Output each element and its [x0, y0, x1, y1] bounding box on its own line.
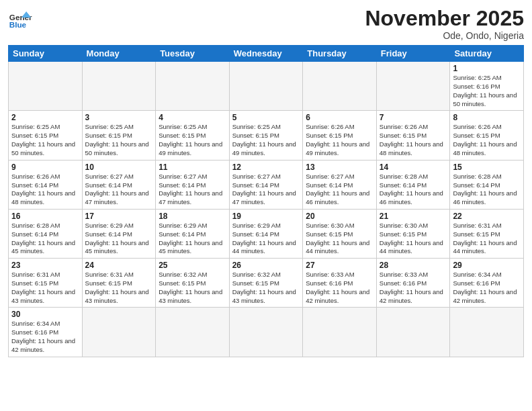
day-info: Sunrise: 6:27 AM Sunset: 6:14 PM Dayligh… [85, 173, 153, 207]
calendar-cell [303, 308, 377, 357]
day-number: 25 [159, 261, 226, 270]
day-number: 3 [85, 113, 153, 122]
day-info: Sunrise: 6:26 AM Sunset: 6:15 PM Dayligh… [306, 123, 373, 157]
day-number: 18 [159, 212, 226, 221]
calendar-cell [229, 308, 303, 357]
day-info: Sunrise: 6:34 AM Sunset: 6:16 PM Dayligh… [453, 271, 521, 305]
day-number: 28 [380, 261, 447, 270]
calendar-cell: 19Sunrise: 6:29 AM Sunset: 6:14 PM Dayli… [229, 209, 303, 258]
day-info: Sunrise: 6:31 AM Sunset: 6:15 PM Dayligh… [453, 222, 521, 256]
calendar-cell: 10Sunrise: 6:27 AM Sunset: 6:14 PM Dayli… [82, 160, 156, 209]
calendar-cell: 11Sunrise: 6:27 AM Sunset: 6:14 PM Dayli… [156, 160, 230, 209]
day-number: 13 [306, 163, 373, 172]
day-info: Sunrise: 6:32 AM Sunset: 6:15 PM Dayligh… [159, 271, 226, 305]
day-number: 22 [453, 212, 521, 221]
calendar-cell [82, 308, 156, 357]
day-info: Sunrise: 6:27 AM Sunset: 6:14 PM Dayligh… [306, 173, 373, 207]
calendar-cell: 5Sunrise: 6:25 AM Sunset: 6:15 PM Daylig… [229, 111, 303, 160]
day-number: 7 [380, 113, 447, 122]
day-info: Sunrise: 6:26 AM Sunset: 6:14 PM Dayligh… [11, 173, 79, 207]
day-number: 8 [453, 113, 521, 122]
day-number: 1 [453, 64, 521, 73]
calendar-cell: 4Sunrise: 6:25 AM Sunset: 6:15 PM Daylig… [156, 111, 230, 160]
page: General Blue November 2025 Ode, Ondo, Ni… [0, 0, 532, 411]
calendar-cell [376, 62, 450, 111]
calendar-cell: 17Sunrise: 6:29 AM Sunset: 6:14 PM Dayli… [82, 209, 156, 258]
header: General Blue November 2025 Ode, Ondo, Ni… [8, 7, 524, 41]
calendar-cell: 8Sunrise: 6:26 AM Sunset: 6:15 PM Daylig… [450, 111, 524, 160]
day-number: 27 [306, 261, 373, 270]
calendar-cell [376, 308, 450, 357]
day-info: Sunrise: 6:31 AM Sunset: 6:15 PM Dayligh… [85, 271, 153, 305]
title-block: November 2025 Ode, Ondo, Nigeria [365, 7, 524, 41]
calendar-cell: 24Sunrise: 6:31 AM Sunset: 6:15 PM Dayli… [82, 259, 156, 308]
day-number: 19 [232, 212, 300, 221]
day-number: 21 [380, 212, 447, 221]
day-info: Sunrise: 6:30 AM Sunset: 6:15 PM Dayligh… [380, 222, 447, 256]
calendar-cell: 22Sunrise: 6:31 AM Sunset: 6:15 PM Dayli… [450, 209, 524, 258]
location: Ode, Ondo, Nigeria [365, 30, 524, 41]
calendar-cell: 3Sunrise: 6:25 AM Sunset: 6:15 PM Daylig… [82, 111, 156, 160]
day-number: 26 [232, 261, 300, 270]
calendar-cell: 16Sunrise: 6:28 AM Sunset: 6:14 PM Dayli… [9, 209, 83, 258]
day-number: 20 [306, 212, 373, 221]
day-header-tuesday: Tuesday [156, 46, 230, 62]
calendar-cell [9, 62, 83, 111]
day-header-sunday: Sunday [9, 46, 83, 62]
day-info: Sunrise: 6:33 AM Sunset: 6:16 PM Dayligh… [306, 271, 373, 305]
calendar-cell [450, 308, 524, 357]
month-title: November 2025 [365, 7, 524, 30]
day-number: 24 [85, 261, 153, 270]
day-number: 11 [159, 163, 226, 172]
calendar-cell: 2Sunrise: 6:25 AM Sunset: 6:15 PM Daylig… [9, 111, 83, 160]
day-info: Sunrise: 6:28 AM Sunset: 6:14 PM Dayligh… [453, 173, 521, 207]
calendar-cell: 7Sunrise: 6:26 AM Sunset: 6:15 PM Daylig… [376, 111, 450, 160]
day-info: Sunrise: 6:25 AM Sunset: 6:15 PM Dayligh… [85, 123, 153, 157]
calendar-cell [82, 62, 156, 111]
logo: General Blue [8, 7, 32, 31]
day-info: Sunrise: 6:30 AM Sunset: 6:15 PM Dayligh… [306, 222, 373, 256]
calendar-cell: 9Sunrise: 6:26 AM Sunset: 6:14 PM Daylig… [9, 160, 83, 209]
day-info: Sunrise: 6:25 AM Sunset: 6:16 PM Dayligh… [453, 74, 521, 108]
day-number: 29 [453, 261, 521, 270]
day-info: Sunrise: 6:26 AM Sunset: 6:15 PM Dayligh… [453, 123, 521, 157]
calendar-cell [156, 308, 230, 357]
calendar-week-row: 23Sunrise: 6:31 AM Sunset: 6:15 PM Dayli… [9, 259, 524, 308]
day-info: Sunrise: 6:25 AM Sunset: 6:15 PM Dayligh… [159, 123, 226, 157]
calendar-cell: 6Sunrise: 6:26 AM Sunset: 6:15 PM Daylig… [303, 111, 377, 160]
day-number: 10 [85, 163, 153, 172]
calendar-cell: 29Sunrise: 6:34 AM Sunset: 6:16 PM Dayli… [450, 259, 524, 308]
day-header-wednesday: Wednesday [229, 46, 303, 62]
calendar-cell: 30Sunrise: 6:34 AM Sunset: 6:16 PM Dayli… [9, 308, 83, 357]
day-number: 9 [11, 163, 79, 172]
day-number: 5 [232, 113, 300, 122]
day-header-monday: Monday [82, 46, 156, 62]
calendar-cell: 25Sunrise: 6:32 AM Sunset: 6:15 PM Dayli… [156, 259, 230, 308]
day-number: 17 [85, 212, 153, 221]
calendar-cell: 1Sunrise: 6:25 AM Sunset: 6:16 PM Daylig… [450, 62, 524, 111]
day-info: Sunrise: 6:28 AM Sunset: 6:14 PM Dayligh… [380, 173, 447, 207]
days-header-row: SundayMondayTuesdayWednesdayThursdayFrid… [9, 46, 524, 62]
calendar-cell: 12Sunrise: 6:27 AM Sunset: 6:14 PM Dayli… [229, 160, 303, 209]
day-info: Sunrise: 6:26 AM Sunset: 6:15 PM Dayligh… [380, 123, 447, 157]
day-info: Sunrise: 6:28 AM Sunset: 6:14 PM Dayligh… [11, 222, 79, 256]
calendar-cell [156, 62, 230, 111]
day-info: Sunrise: 6:33 AM Sunset: 6:16 PM Dayligh… [380, 271, 447, 305]
calendar-week-row: 9Sunrise: 6:26 AM Sunset: 6:14 PM Daylig… [9, 160, 524, 209]
day-header-thursday: Thursday [303, 46, 377, 62]
day-number: 2 [11, 113, 79, 122]
day-number: 16 [11, 212, 79, 221]
logo-icon: General Blue [8, 7, 32, 31]
calendar-cell [229, 62, 303, 111]
calendar-cell: 15Sunrise: 6:28 AM Sunset: 6:14 PM Dayli… [450, 160, 524, 209]
day-info: Sunrise: 6:34 AM Sunset: 6:16 PM Dayligh… [11, 320, 79, 354]
calendar-cell: 13Sunrise: 6:27 AM Sunset: 6:14 PM Dayli… [303, 160, 377, 209]
day-info: Sunrise: 6:29 AM Sunset: 6:14 PM Dayligh… [85, 222, 153, 256]
day-info: Sunrise: 6:29 AM Sunset: 6:14 PM Dayligh… [159, 222, 226, 256]
calendar-cell: 27Sunrise: 6:33 AM Sunset: 6:16 PM Dayli… [303, 259, 377, 308]
day-number: 4 [159, 113, 226, 122]
day-number: 15 [453, 163, 521, 172]
day-info: Sunrise: 6:29 AM Sunset: 6:14 PM Dayligh… [232, 222, 300, 256]
day-header-friday: Friday [376, 46, 450, 62]
calendar-cell: 18Sunrise: 6:29 AM Sunset: 6:14 PM Dayli… [156, 209, 230, 258]
